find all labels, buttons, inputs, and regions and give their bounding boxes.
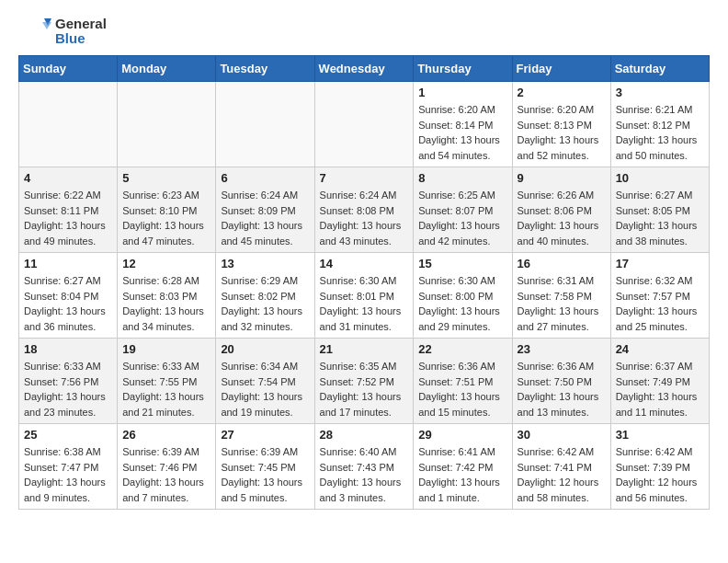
calendar-cell: 29Sunrise: 6:41 AM Sunset: 7:42 PM Dayli… bbox=[414, 424, 512, 510]
day-number: 30 bbox=[518, 428, 606, 442]
svg-marker-2 bbox=[42, 22, 51, 29]
day-number: 5 bbox=[122, 171, 210, 185]
day-info: Sunrise: 6:38 AM Sunset: 7:47 PM Dayligh… bbox=[24, 444, 112, 505]
day-number: 31 bbox=[616, 428, 704, 442]
day-info: Sunrise: 6:33 AM Sunset: 7:56 PM Dayligh… bbox=[24, 359, 112, 419]
day-number: 4 bbox=[24, 171, 112, 185]
day-number: 11 bbox=[24, 257, 112, 270]
day-info: Sunrise: 6:27 AM Sunset: 8:05 PM Dayligh… bbox=[616, 188, 704, 248]
calendar-cell: 22Sunrise: 6:36 AM Sunset: 7:51 PM Dayli… bbox=[414, 339, 512, 424]
logo-svg bbox=[18, 15, 51, 48]
day-info: Sunrise: 6:37 AM Sunset: 7:49 PM Dayligh… bbox=[616, 359, 704, 419]
calendar-cell bbox=[19, 82, 118, 167]
day-number: 25 bbox=[24, 428, 112, 442]
day-number: 20 bbox=[221, 342, 309, 356]
logo: General Blue bbox=[18, 15, 107, 48]
day-number: 6 bbox=[221, 171, 309, 185]
day-number: 7 bbox=[320, 171, 409, 185]
day-info: Sunrise: 6:20 AM Sunset: 8:14 PM Dayligh… bbox=[418, 102, 506, 163]
calendar-cell: 27Sunrise: 6:39 AM Sunset: 7:45 PM Dayli… bbox=[216, 424, 314, 510]
day-number: 19 bbox=[122, 342, 210, 356]
day-info: Sunrise: 6:32 AM Sunset: 7:57 PM Dayligh… bbox=[616, 273, 704, 334]
day-info: Sunrise: 6:21 AM Sunset: 8:12 PM Dayligh… bbox=[616, 102, 704, 163]
calendar-cell bbox=[314, 82, 414, 167]
day-header-saturday: Saturday bbox=[610, 56, 709, 82]
day-info: Sunrise: 6:29 AM Sunset: 8:02 PM Dayligh… bbox=[221, 273, 309, 334]
day-info: Sunrise: 6:40 AM Sunset: 7:43 PM Dayligh… bbox=[320, 444, 409, 505]
day-number: 3 bbox=[616, 86, 704, 99]
calendar-cell: 10Sunrise: 6:27 AM Sunset: 8:05 PM Dayli… bbox=[610, 167, 709, 253]
calendar-cell: 12Sunrise: 6:28 AM Sunset: 8:03 PM Dayli… bbox=[118, 253, 216, 339]
calendar-cell: 16Sunrise: 6:31 AM Sunset: 7:58 PM Dayli… bbox=[512, 253, 610, 339]
day-info: Sunrise: 6:34 AM Sunset: 7:54 PM Dayligh… bbox=[221, 359, 309, 419]
day-number: 14 bbox=[320, 257, 409, 270]
day-header-friday: Friday bbox=[512, 56, 610, 82]
day-info: Sunrise: 6:41 AM Sunset: 7:42 PM Dayligh… bbox=[418, 444, 506, 505]
day-number: 29 bbox=[418, 428, 506, 442]
calendar-cell: 18Sunrise: 6:33 AM Sunset: 7:56 PM Dayli… bbox=[19, 339, 118, 424]
calendar-cell: 26Sunrise: 6:39 AM Sunset: 7:46 PM Dayli… bbox=[118, 424, 216, 510]
calendar-cell: 6Sunrise: 6:24 AM Sunset: 8:09 PM Daylig… bbox=[216, 167, 314, 253]
day-info: Sunrise: 6:20 AM Sunset: 8:13 PM Dayligh… bbox=[518, 102, 606, 163]
day-number: 22 bbox=[418, 342, 506, 356]
calendar-cell: 7Sunrise: 6:24 AM Sunset: 8:08 PM Daylig… bbox=[314, 167, 414, 253]
day-number: 28 bbox=[320, 428, 409, 442]
day-header-tuesday: Tuesday bbox=[216, 56, 314, 82]
day-info: Sunrise: 6:25 AM Sunset: 8:07 PM Dayligh… bbox=[418, 188, 506, 248]
day-info: Sunrise: 6:36 AM Sunset: 7:51 PM Dayligh… bbox=[418, 359, 506, 419]
day-info: Sunrise: 6:23 AM Sunset: 8:10 PM Dayligh… bbox=[122, 188, 210, 248]
day-number: 16 bbox=[518, 257, 606, 270]
day-info: Sunrise: 6:36 AM Sunset: 7:50 PM Dayligh… bbox=[518, 359, 606, 419]
calendar-cell: 2Sunrise: 6:20 AM Sunset: 8:13 PM Daylig… bbox=[512, 82, 610, 167]
calendar-cell: 15Sunrise: 6:30 AM Sunset: 8:00 PM Dayli… bbox=[414, 253, 512, 339]
day-number: 10 bbox=[616, 171, 704, 185]
day-info: Sunrise: 6:22 AM Sunset: 8:11 PM Dayligh… bbox=[24, 188, 112, 248]
calendar-cell: 28Sunrise: 6:40 AM Sunset: 7:43 PM Dayli… bbox=[314, 424, 414, 510]
calendar-table: SundayMondayTuesdayWednesdayThursdayFrid… bbox=[18, 55, 710, 510]
calendar-cell: 20Sunrise: 6:34 AM Sunset: 7:54 PM Dayli… bbox=[216, 339, 314, 424]
calendar-cell: 21Sunrise: 6:35 AM Sunset: 7:52 PM Dayli… bbox=[314, 339, 414, 424]
day-info: Sunrise: 6:24 AM Sunset: 8:08 PM Dayligh… bbox=[320, 188, 409, 248]
calendar-cell: 8Sunrise: 6:25 AM Sunset: 8:07 PM Daylig… bbox=[414, 167, 512, 253]
calendar-cell: 17Sunrise: 6:32 AM Sunset: 7:57 PM Dayli… bbox=[610, 253, 709, 339]
day-info: Sunrise: 6:31 AM Sunset: 7:58 PM Dayligh… bbox=[518, 273, 606, 334]
day-number: 9 bbox=[518, 171, 606, 185]
day-number: 8 bbox=[418, 171, 506, 185]
logo-text: General Blue bbox=[55, 17, 107, 47]
day-info: Sunrise: 6:42 AM Sunset: 7:41 PM Dayligh… bbox=[518, 444, 606, 505]
calendar-week-row: 25Sunrise: 6:38 AM Sunset: 7:47 PM Dayli… bbox=[19, 424, 710, 510]
day-info: Sunrise: 6:42 AM Sunset: 7:39 PM Dayligh… bbox=[616, 444, 704, 505]
day-info: Sunrise: 6:39 AM Sunset: 7:45 PM Dayligh… bbox=[221, 444, 309, 505]
day-number: 17 bbox=[616, 257, 704, 270]
day-number: 26 bbox=[122, 428, 210, 442]
day-header-sunday: Sunday bbox=[19, 56, 118, 82]
logo-general-text: General bbox=[55, 17, 107, 32]
day-info: Sunrise: 6:35 AM Sunset: 7:52 PM Dayligh… bbox=[320, 359, 409, 419]
calendar-week-row: 1Sunrise: 6:20 AM Sunset: 8:14 PM Daylig… bbox=[19, 82, 710, 167]
calendar-cell: 14Sunrise: 6:30 AM Sunset: 8:01 PM Dayli… bbox=[314, 253, 414, 339]
day-info: Sunrise: 6:26 AM Sunset: 8:06 PM Dayligh… bbox=[518, 188, 606, 248]
day-header-thursday: Thursday bbox=[414, 56, 512, 82]
day-number: 18 bbox=[24, 342, 112, 356]
day-number: 12 bbox=[122, 257, 210, 270]
calendar-week-row: 11Sunrise: 6:27 AM Sunset: 8:04 PM Dayli… bbox=[19, 253, 710, 339]
calendar-cell: 31Sunrise: 6:42 AM Sunset: 7:39 PM Dayli… bbox=[610, 424, 709, 510]
day-number: 27 bbox=[221, 428, 309, 442]
calendar-cell: 19Sunrise: 6:33 AM Sunset: 7:55 PM Dayli… bbox=[118, 339, 216, 424]
day-number: 2 bbox=[518, 86, 606, 99]
day-number: 13 bbox=[221, 257, 309, 270]
calendar-cell: 13Sunrise: 6:29 AM Sunset: 8:02 PM Dayli… bbox=[216, 253, 314, 339]
day-header-wednesday: Wednesday bbox=[314, 56, 414, 82]
calendar-cell: 30Sunrise: 6:42 AM Sunset: 7:41 PM Dayli… bbox=[512, 424, 610, 510]
day-info: Sunrise: 6:24 AM Sunset: 8:09 PM Dayligh… bbox=[221, 188, 309, 248]
day-number: 1 bbox=[418, 86, 506, 99]
calendar-cell bbox=[216, 82, 314, 167]
calendar-cell: 24Sunrise: 6:37 AM Sunset: 7:49 PM Dayli… bbox=[610, 339, 709, 424]
calendar-cell: 1Sunrise: 6:20 AM Sunset: 8:14 PM Daylig… bbox=[414, 82, 512, 167]
calendar-cell: 9Sunrise: 6:26 AM Sunset: 8:06 PM Daylig… bbox=[512, 167, 610, 253]
calendar-cell: 11Sunrise: 6:27 AM Sunset: 8:04 PM Dayli… bbox=[19, 253, 118, 339]
calendar-cell: 23Sunrise: 6:36 AM Sunset: 7:50 PM Dayli… bbox=[512, 339, 610, 424]
header: General Blue bbox=[18, 15, 710, 48]
day-header-monday: Monday bbox=[118, 56, 216, 82]
day-number: 21 bbox=[320, 342, 409, 356]
